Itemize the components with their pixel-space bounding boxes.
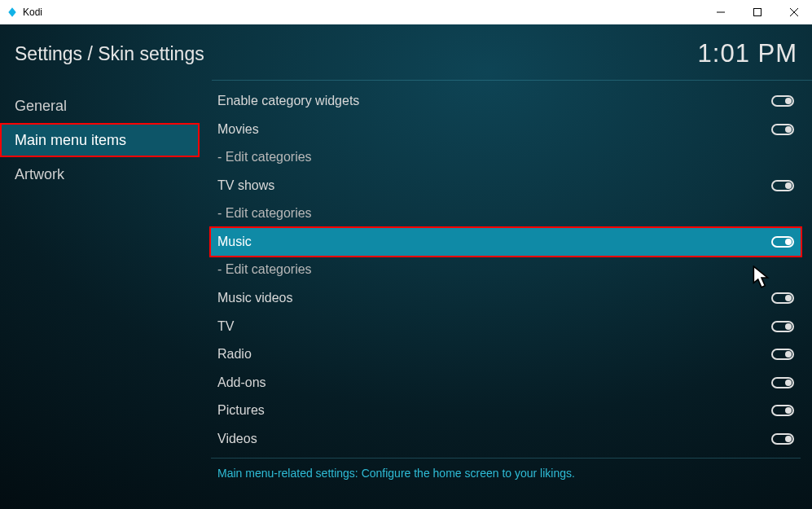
maximize-button[interactable]: [739, 0, 775, 24]
setting-tv-shows-edit-categories[interactable]: - Edit categories: [211, 200, 801, 228]
setting-label: TV: [217, 319, 234, 334]
window-title: Kodi: [23, 7, 42, 18]
setting-label: - Edit categories: [217, 262, 312, 277]
clock: 1:01 PM: [698, 39, 797, 68]
toggle-icon[interactable]: [771, 180, 794, 191]
setting-label: Add-ons: [217, 375, 266, 390]
sidebar-item-label: Main menu items: [15, 132, 126, 149]
sidebar-item-main-menu-items[interactable]: Main menu items: [0, 123, 200, 157]
svg-rect-0: [753, 9, 761, 16]
minimize-button[interactable]: [702, 0, 739, 24]
setting-label: - Edit categories: [217, 206, 312, 221]
setting-label: Videos: [217, 432, 257, 446]
toggle-icon[interactable]: [771, 349, 794, 360]
settings-description: Main menu-related settings: Configure th…: [211, 459, 801, 488]
sidebar: General Main menu items Artwork: [0, 81, 200, 488]
window-title-bar: Kodi: [0, 0, 812, 24]
setting-videos[interactable]: Videos: [211, 424, 801, 453]
toggle-icon[interactable]: [771, 433, 794, 445]
setting-enable-category-widgets[interactable]: Enable category widgets: [211, 87, 801, 116]
setting-tv[interactable]: TV: [211, 312, 801, 340]
content-panel: Enable category widgets Movies - Edit ca…: [200, 81, 812, 488]
close-button[interactable]: [775, 0, 812, 24]
toggle-icon[interactable]: [771, 405, 794, 416]
setting-label: Radio: [217, 347, 252, 362]
toggle-icon[interactable]: [771, 321, 794, 332]
sidebar-item-label: Artwork: [15, 166, 64, 183]
body-area: General Main menu items Artwork Enable c…: [0, 81, 812, 488]
setting-music-videos[interactable]: Music videos: [211, 284, 801, 313]
title-left-group: Kodi: [7, 7, 42, 18]
toggle-icon[interactable]: [771, 124, 794, 135]
setting-label: Music videos: [217, 291, 292, 305]
setting-label: Movies: [217, 122, 259, 137]
breadcrumb: Settings / Skin settings: [15, 43, 204, 65]
toggle-icon[interactable]: [771, 292, 794, 304]
setting-label: Pictures: [217, 403, 265, 418]
setting-radio[interactable]: Radio: [211, 340, 801, 369]
setting-add-ons[interactable]: Add-ons: [211, 368, 801, 397]
window-controls: [702, 0, 812, 24]
setting-music-edit-categories[interactable]: - Edit categories: [211, 256, 801, 284]
sidebar-item-artwork[interactable]: Artwork: [0, 157, 200, 191]
setting-label: Enable category widgets: [217, 94, 359, 108]
setting-label: Music: [217, 235, 252, 249]
sidebar-item-label: General: [15, 98, 67, 115]
sidebar-item-general[interactable]: General: [0, 89, 200, 123]
setting-movies-edit-categories[interactable]: - Edit categories: [211, 143, 801, 172]
setting-label: - Edit categories: [217, 150, 312, 165]
setting-music[interactable]: Music: [211, 228, 801, 257]
setting-pictures[interactable]: Pictures: [211, 397, 801, 425]
header: Settings / Skin settings 1:01 PM: [0, 24, 812, 80]
toggle-icon[interactable]: [771, 236, 794, 248]
kodi-logo-icon: [7, 7, 18, 18]
setting-tv-shows[interactable]: TV shows: [211, 172, 801, 200]
toggle-icon[interactable]: [771, 377, 794, 388]
toggle-icon[interactable]: [771, 95, 794, 107]
setting-label: TV shows: [217, 178, 274, 193]
app-area: Settings / Skin settings 1:01 PM General…: [0, 24, 812, 509]
setting-movies[interactable]: Movies: [211, 116, 801, 144]
